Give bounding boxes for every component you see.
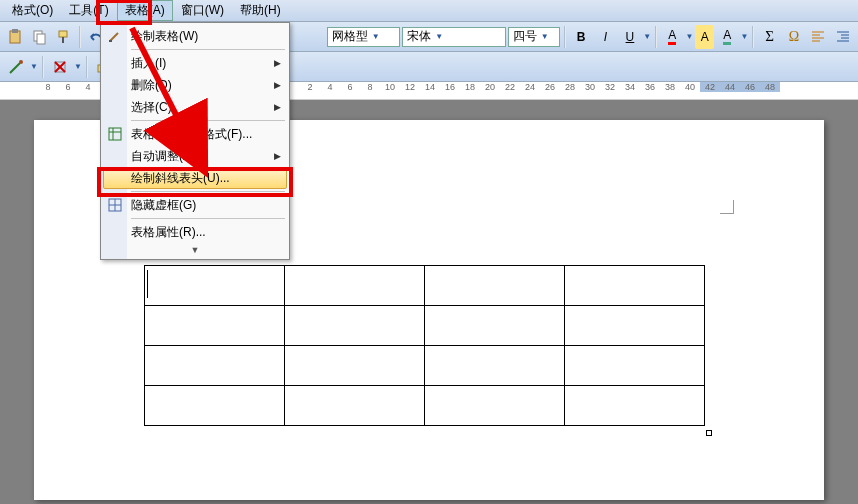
- menu-table[interactable]: 表格(A): [117, 0, 173, 21]
- table-cell[interactable]: [425, 346, 565, 386]
- ruler-tick: 6: [58, 82, 78, 92]
- svg-rect-20: [109, 128, 121, 140]
- table-cell[interactable]: [145, 386, 285, 426]
- table-cell[interactable]: [425, 266, 565, 306]
- margin-corner-icon: [720, 200, 734, 214]
- ruler-tick: 18: [460, 82, 480, 92]
- ruler-tick: 6: [340, 82, 360, 92]
- highlight-button[interactable]: A: [695, 25, 714, 49]
- ruler-tick: 30: [580, 82, 600, 92]
- ruler-tick: 46: [740, 82, 760, 92]
- delete-tool-icon[interactable]: [48, 55, 72, 79]
- table-cell[interactable]: [565, 266, 705, 306]
- ruler-tick: 4: [78, 82, 98, 92]
- paste-icon[interactable]: [4, 25, 26, 49]
- submenu-arrow-icon: ▶: [274, 80, 281, 90]
- ruler-tick: 48: [760, 82, 780, 92]
- menu-autoformat[interactable]: 表格自动套用格式(F)...: [103, 123, 287, 145]
- bold-button[interactable]: B: [570, 25, 592, 49]
- menu-select[interactable]: 选择(C) ▶: [103, 96, 287, 118]
- chevron-down-icon: ▼: [191, 245, 200, 255]
- size-value: 四号: [513, 28, 537, 45]
- underline-button[interactable]: U: [619, 25, 641, 49]
- menu-table-properties[interactable]: 表格属性(R)...: [103, 221, 287, 243]
- font-combo[interactable]: 宋体▼: [402, 27, 506, 47]
- menu-tools[interactable]: 工具(T): [61, 0, 116, 21]
- format-painter-icon[interactable]: [53, 25, 75, 49]
- text-cursor: [147, 270, 148, 298]
- chevron-down-icon: ▼: [541, 32, 549, 41]
- menu-label: 表格属性(R)...: [131, 224, 206, 241]
- svg-rect-19: [109, 40, 112, 42]
- ruler-tick: 26: [540, 82, 560, 92]
- table-cell[interactable]: [145, 306, 285, 346]
- ruler-tick: 8: [38, 82, 58, 92]
- style-combo[interactable]: 网格型▼: [327, 27, 401, 47]
- char-shading-button[interactable]: A: [716, 25, 738, 49]
- font-value: 宋体: [407, 28, 431, 45]
- ruler-tick: 40: [680, 82, 700, 92]
- menu-window[interactable]: 窗口(W): [173, 0, 232, 21]
- ruler-tick: 36: [640, 82, 660, 92]
- table-resize-handle-icon[interactable]: [706, 430, 712, 436]
- draw-tool-icon[interactable]: [4, 55, 28, 79]
- menu-label: 隐藏虚框(G): [131, 197, 196, 214]
- ruler-tick: 2: [300, 82, 320, 92]
- size-combo[interactable]: 四号▼: [508, 27, 560, 47]
- menu-hide-gridlines[interactable]: 隐藏虚框(G): [103, 194, 287, 216]
- menu-draw-diagonal-header[interactable]: 绘制斜线表头(U)...: [103, 167, 287, 189]
- menu-label: 删除(D): [131, 77, 172, 94]
- ruler-tick: 10: [380, 82, 400, 92]
- menu-label: 选择(C): [131, 99, 172, 116]
- document-table[interactable]: [144, 265, 705, 426]
- menu-help[interactable]: 帮助(H): [232, 0, 289, 21]
- ruler-tick: 42: [700, 82, 720, 92]
- ruler-tick: 34: [620, 82, 640, 92]
- menu-delete[interactable]: 删除(D) ▶: [103, 74, 287, 96]
- menu-format[interactable]: 格式(O): [4, 0, 61, 21]
- menu-expand[interactable]: ▼: [103, 243, 287, 257]
- svg-rect-4: [59, 31, 67, 37]
- italic-button[interactable]: I: [594, 25, 616, 49]
- table-cell[interactable]: [425, 306, 565, 346]
- ruler-tick: 22: [500, 82, 520, 92]
- menu-label: 自动调整(A): [131, 148, 195, 165]
- ruler-tick: 24: [520, 82, 540, 92]
- table-cell[interactable]: [565, 306, 705, 346]
- table-format-icon: [107, 126, 123, 142]
- omega-icon[interactable]: Ω: [783, 25, 805, 49]
- table-menu-dropdown: 绘制表格(W) 插入(I) ▶ 删除(D) ▶ 选择(C) ▶ 表格自动套用格式…: [100, 22, 290, 260]
- menu-label: 绘制表格(W): [131, 28, 198, 45]
- table-cell[interactable]: [285, 306, 425, 346]
- menu-label: 插入(I): [131, 55, 166, 72]
- menu-autofit[interactable]: 自动调整(A) ▶: [103, 145, 287, 167]
- table-cell[interactable]: [145, 266, 285, 306]
- svg-rect-3: [37, 34, 45, 44]
- table-cell[interactable]: [285, 266, 425, 306]
- table-cell[interactable]: [145, 346, 285, 386]
- indent-button[interactable]: [832, 25, 854, 49]
- ruler-tick: 20: [480, 82, 500, 92]
- ruler-tick: 8: [360, 82, 380, 92]
- ruler-tick: 4: [320, 82, 340, 92]
- menu-insert[interactable]: 插入(I) ▶: [103, 52, 287, 74]
- copy-icon[interactable]: [28, 25, 50, 49]
- pencil-icon: [107, 28, 123, 44]
- table-cell[interactable]: [285, 346, 425, 386]
- table-cell[interactable]: [285, 386, 425, 426]
- submenu-arrow-icon: ▶: [274, 58, 281, 68]
- menu-draw-table[interactable]: 绘制表格(W): [103, 25, 287, 47]
- font-color-button[interactable]: A: [661, 25, 683, 49]
- submenu-arrow-icon: ▶: [274, 151, 281, 161]
- menu-label: 表格自动套用格式(F)...: [131, 126, 252, 143]
- ruler-tick: 38: [660, 82, 680, 92]
- table-cell[interactable]: [565, 346, 705, 386]
- chevron-down-icon: ▼: [372, 32, 380, 41]
- menubar: 格式(O) 工具(T) 表格(A) 窗口(W) 帮助(H): [0, 0, 858, 22]
- ruler-tick: 44: [720, 82, 740, 92]
- svg-point-14: [19, 60, 23, 64]
- sum-icon[interactable]: Σ: [758, 25, 780, 49]
- align-button[interactable]: [807, 25, 829, 49]
- table-cell[interactable]: [565, 386, 705, 426]
- table-cell[interactable]: [425, 386, 565, 426]
